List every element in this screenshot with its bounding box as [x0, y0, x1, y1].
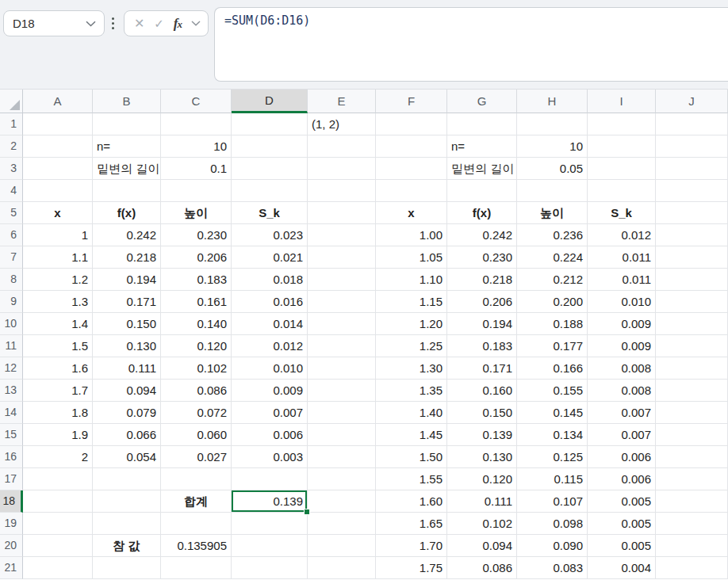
- cell-A7[interactable]: 1.1: [23, 246, 93, 269]
- cell-C8[interactable]: 0.183: [161, 269, 232, 291]
- cancel-icon[interactable]: ✕: [134, 17, 144, 30]
- cell-I15[interactable]: 0.007: [588, 424, 656, 446]
- cell-J3[interactable]: [656, 158, 728, 180]
- column-header-E[interactable]: E: [308, 90, 376, 113]
- cell-E20[interactable]: [308, 535, 376, 557]
- cell-D12[interactable]: 0.010: [232, 357, 308, 380]
- cell-D13[interactable]: 0.009: [232, 380, 308, 402]
- cell-C11[interactable]: 0.120: [161, 335, 232, 357]
- cell-F7[interactable]: 1.05: [376, 246, 447, 269]
- cell-B4[interactable]: [93, 180, 161, 202]
- cell-F10[interactable]: 1.20: [376, 313, 447, 335]
- cell-C20[interactable]: 0.135905: [161, 535, 232, 557]
- cell-J8[interactable]: [656, 269, 728, 291]
- row-header-10[interactable]: 10: [0, 313, 23, 335]
- cell-D15[interactable]: 0.006: [232, 424, 308, 446]
- row-header-13[interactable]: 13: [0, 380, 23, 402]
- cell-B8[interactable]: 0.194: [93, 269, 161, 291]
- row-header-11[interactable]: 11: [0, 335, 23, 357]
- cell-I4[interactable]: [588, 180, 656, 202]
- row-header-4[interactable]: 4: [0, 180, 23, 202]
- fx-chevron-down-icon[interactable]: [191, 21, 201, 26]
- cell-C16[interactable]: 0.027: [161, 446, 232, 468]
- cell-J17[interactable]: [656, 468, 728, 490]
- cell-J19[interactable]: [656, 513, 728, 535]
- cell-H5[interactable]: 높이: [517, 202, 588, 224]
- cell-A5[interactable]: x: [23, 202, 93, 224]
- insert-function-icon[interactable]: fx: [174, 16, 182, 32]
- cell-G11[interactable]: 0.183: [447, 335, 517, 357]
- cell-A19[interactable]: [23, 513, 93, 535]
- cell-B21[interactable]: [93, 557, 161, 579]
- row-header-14[interactable]: 14: [0, 402, 23, 424]
- cell-E2[interactable]: [308, 135, 376, 158]
- cell-E5[interactable]: [308, 202, 376, 224]
- cell-G5[interactable]: f(x): [447, 202, 517, 224]
- cell-F16[interactable]: 1.50: [376, 446, 447, 468]
- cell-A10[interactable]: 1.4: [23, 313, 93, 335]
- cell-C5[interactable]: 높이: [161, 202, 232, 224]
- cell-C12[interactable]: 0.102: [161, 357, 232, 380]
- cell-A15[interactable]: 1.9: [23, 424, 93, 446]
- cell-G4[interactable]: [447, 180, 517, 202]
- column-header-I[interactable]: I: [588, 90, 656, 113]
- cell-A20[interactable]: [23, 535, 93, 557]
- cell-I10[interactable]: 0.009: [588, 313, 656, 335]
- cell-C17[interactable]: [161, 468, 232, 490]
- cell-I12[interactable]: 0.008: [588, 357, 656, 380]
- cell-I6[interactable]: 0.012: [588, 224, 656, 246]
- cell-C18[interactable]: 합계: [161, 490, 232, 513]
- cell-B13[interactable]: 0.094: [93, 380, 161, 402]
- cell-F13[interactable]: 1.35: [376, 380, 447, 402]
- cell-A2[interactable]: [23, 135, 93, 158]
- cell-D20[interactable]: [232, 535, 308, 557]
- row-header-20[interactable]: 20: [0, 535, 23, 557]
- cell-E9[interactable]: [308, 291, 376, 313]
- cell-A11[interactable]: 1.5: [23, 335, 93, 357]
- cell-J2[interactable]: [656, 135, 728, 158]
- cell-C14[interactable]: 0.072: [161, 402, 232, 424]
- cell-H7[interactable]: 0.224: [517, 246, 588, 269]
- cell-C13[interactable]: 0.086: [161, 380, 232, 402]
- cell-I8[interactable]: 0.011: [588, 269, 656, 291]
- cell-A14[interactable]: 1.8: [23, 402, 93, 424]
- cell-A17[interactable]: [23, 468, 93, 490]
- name-box[interactable]: D18: [3, 10, 105, 36]
- cell-A9[interactable]: 1.3: [23, 291, 93, 313]
- row-header-6[interactable]: 6: [0, 224, 23, 246]
- cell-J15[interactable]: [656, 424, 728, 446]
- cell-E12[interactable]: [308, 357, 376, 380]
- cell-A6[interactable]: 1: [23, 224, 93, 246]
- cell-G3[interactable]: 밑변의 길이: [447, 158, 517, 180]
- cell-F20[interactable]: 1.70: [376, 535, 447, 557]
- cell-I21[interactable]: 0.004: [588, 557, 656, 579]
- cell-D21[interactable]: [232, 557, 308, 579]
- cell-E3[interactable]: [308, 158, 376, 180]
- cell-F14[interactable]: 1.40: [376, 402, 447, 424]
- cell-F2[interactable]: [376, 135, 447, 158]
- cell-H9[interactable]: 0.200: [517, 291, 588, 313]
- cell-D18[interactable]: 0.139: [232, 490, 308, 513]
- cell-A18[interactable]: [23, 490, 93, 513]
- cell-J21[interactable]: [656, 557, 728, 579]
- cell-B17[interactable]: [93, 468, 161, 490]
- cell-D9[interactable]: 0.016: [232, 291, 308, 313]
- cell-D3[interactable]: [232, 158, 308, 180]
- cell-H16[interactable]: 0.125: [517, 446, 588, 468]
- cell-D4[interactable]: [232, 180, 308, 202]
- cell-B18[interactable]: [93, 490, 161, 513]
- cell-H4[interactable]: [517, 180, 588, 202]
- cell-D11[interactable]: 0.012: [232, 335, 308, 357]
- cell-J10[interactable]: [656, 313, 728, 335]
- cell-G9[interactable]: 0.206: [447, 291, 517, 313]
- cell-A4[interactable]: [23, 180, 93, 202]
- cell-C21[interactable]: [161, 557, 232, 579]
- column-header-H[interactable]: H: [517, 90, 588, 113]
- cell-I14[interactable]: 0.007: [588, 402, 656, 424]
- cell-F3[interactable]: [376, 158, 447, 180]
- cell-I2[interactable]: [588, 135, 656, 158]
- cell-A3[interactable]: [23, 158, 93, 180]
- cell-A16[interactable]: 2: [23, 446, 93, 468]
- cell-G12[interactable]: 0.171: [447, 357, 517, 380]
- row-header-8[interactable]: 8: [0, 269, 23, 291]
